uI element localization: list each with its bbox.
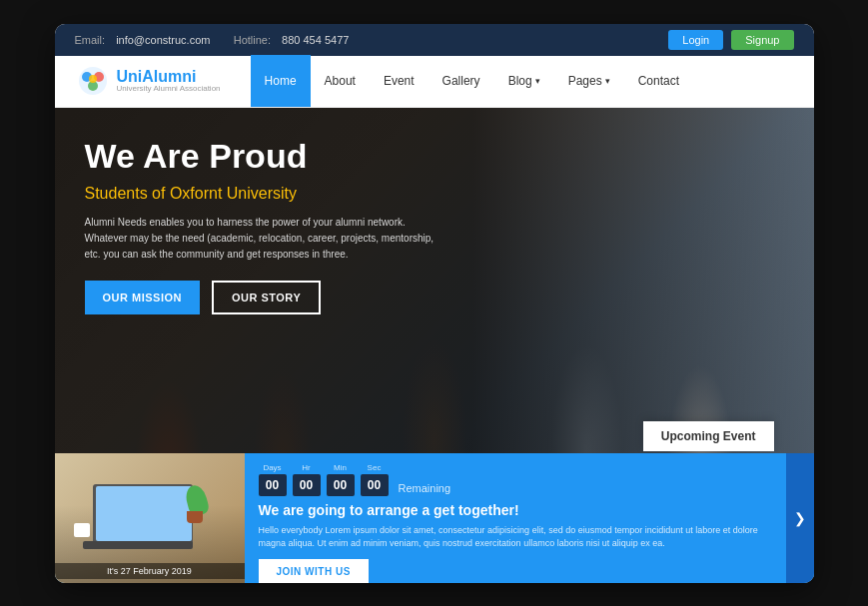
laptop-screen bbox=[96, 486, 192, 541]
next-arrow[interactable]: ❯ bbox=[786, 453, 814, 583]
min-label: Min bbox=[334, 463, 347, 472]
upcoming-tab[interactable]: Upcoming Event bbox=[643, 421, 774, 451]
pages-chevron: ▾ bbox=[605, 76, 610, 86]
nav-about[interactable]: About bbox=[311, 55, 370, 107]
logo-icon bbox=[75, 63, 111, 99]
upcoming-section: Upcoming Event It's 27 February 2019 bbox=[55, 453, 814, 583]
event-date: It's 27 February 2019 bbox=[55, 563, 245, 579]
navbar: UniAlumni University Alumni Association … bbox=[55, 56, 814, 108]
mission-button[interactable]: OUR MISSION bbox=[85, 281, 200, 314]
browser-frame: Email: info@construc.com Hotline: 880 45… bbox=[55, 24, 814, 583]
hr-label: Hr bbox=[302, 463, 310, 472]
auth-buttons: Login Signup bbox=[668, 30, 793, 50]
logo-subtitle: University Alumni Association bbox=[117, 85, 221, 94]
event-content: Days 00 Hr 00 Min 00 Sec bbox=[245, 453, 786, 583]
logo-text: UniAlumni University Alumni Association bbox=[117, 68, 221, 94]
hero-subtitle: Students of Oxfornt University bbox=[85, 185, 444, 203]
countdown-min: Min 00 bbox=[327, 463, 355, 496]
event-title: We are going to arrange a get together! bbox=[259, 502, 772, 518]
nav-pages[interactable]: Pages ▾ bbox=[554, 55, 624, 107]
event-image: It's 27 February 2019 bbox=[55, 453, 245, 583]
nav-gallery[interactable]: Gallery bbox=[429, 55, 494, 107]
hotline-label: Hotline: bbox=[234, 34, 271, 46]
email-value: info@construc.com bbox=[116, 34, 210, 46]
hero-university: Oxfornt University bbox=[170, 185, 297, 202]
nav-links: Home About Event Gallery Blog ▾ Pages ▾ … bbox=[251, 55, 794, 107]
laptop-base bbox=[83, 541, 193, 549]
logo: UniAlumni University Alumni Association bbox=[75, 63, 221, 99]
hero-title: We Are Proud bbox=[85, 138, 444, 175]
hero-content: We Are Proud Students of Oxfornt Univers… bbox=[55, 108, 474, 334]
sec-label: Sec bbox=[368, 463, 382, 472]
logo-name: UniAlumni bbox=[117, 68, 221, 86]
nav-event[interactable]: Event bbox=[370, 55, 429, 107]
nav-blog[interactable]: Blog ▾ bbox=[494, 55, 554, 107]
hotline-value: 880 454 5477 bbox=[282, 34, 349, 46]
hr-value: 00 bbox=[293, 474, 321, 496]
hero-section: We Are Proud Students of Oxfornt Univers… bbox=[55, 108, 814, 583]
contact-info: Email: info@construc.com Hotline: 880 45… bbox=[75, 34, 358, 46]
coffee-cup-icon bbox=[74, 523, 90, 537]
logo-alumni: Alumni bbox=[142, 68, 196, 85]
login-button[interactable]: Login bbox=[668, 30, 723, 50]
plant-pot bbox=[187, 511, 203, 523]
nav-contact[interactable]: Contact bbox=[624, 55, 693, 107]
days-value: 00 bbox=[259, 474, 287, 496]
sec-value: 00 bbox=[361, 474, 389, 496]
hero-buttons: OUR MISSION OUR STORY bbox=[85, 281, 444, 314]
min-value: 00 bbox=[327, 474, 355, 496]
hero-description: Alumni Needs enables you to harness the … bbox=[85, 215, 444, 263]
top-bar: Email: info@construc.com Hotline: 880 45… bbox=[55, 24, 814, 56]
hero-subtitle-text: Students of bbox=[85, 185, 170, 202]
join-button[interactable]: JOIN WITH US bbox=[259, 559, 369, 583]
countdown-sec: Sec 00 bbox=[361, 463, 389, 496]
event-description: Hello everybody Lorem ipsum dolor sit am… bbox=[259, 524, 772, 551]
countdown-hr: Hr 00 bbox=[293, 463, 321, 496]
remaining-text: Remaining bbox=[399, 482, 451, 496]
days-label: Days bbox=[263, 463, 281, 472]
nav-home[interactable]: Home bbox=[251, 55, 311, 107]
signup-button[interactable]: Signup bbox=[731, 30, 793, 50]
countdown-row: Days 00 Hr 00 Min 00 Sec bbox=[259, 463, 772, 496]
logo-uni: Uni bbox=[117, 68, 143, 85]
blog-chevron: ▾ bbox=[535, 76, 540, 86]
story-button[interactable]: OUR STORY bbox=[212, 281, 321, 314]
countdown-days: Days 00 bbox=[259, 463, 287, 496]
svg-point-4 bbox=[89, 75, 97, 83]
upcoming-card: It's 27 February 2019 Days 00 Hr 00 bbox=[55, 453, 814, 583]
email-label: Email: bbox=[75, 34, 106, 46]
